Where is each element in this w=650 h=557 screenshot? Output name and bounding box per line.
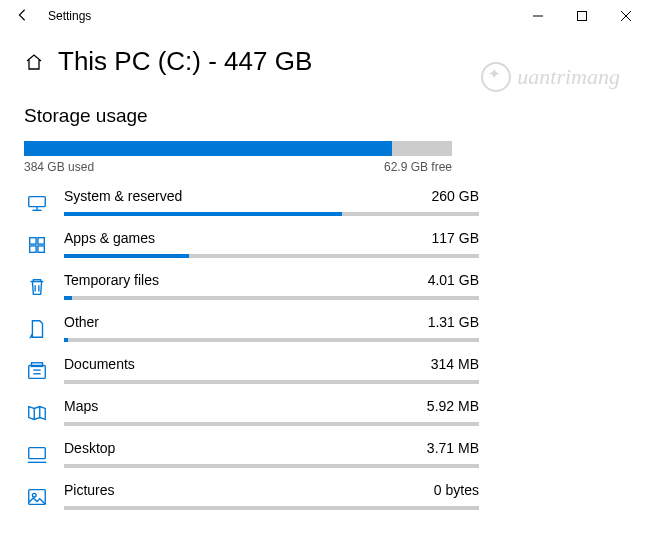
category-size: 117 GB (432, 230, 479, 246)
documents-icon (24, 358, 50, 384)
category-bar (64, 296, 479, 300)
category-bar (64, 422, 479, 426)
svg-rect-8 (38, 238, 44, 244)
category-size: 4.01 GB (428, 272, 479, 288)
category-list: System & reserved260 GBApps & games117 G… (24, 188, 626, 510)
category-header: Apps & games117 GB (64, 230, 479, 246)
svg-rect-10 (38, 246, 44, 252)
free-label: 62.9 GB free (384, 160, 452, 174)
category-body: Desktop3.71 MB (64, 440, 479, 468)
system-icon (24, 190, 50, 216)
category-name: System & reserved (64, 188, 182, 204)
category-name: Other (64, 314, 99, 330)
category-header: Maps5.92 MB (64, 398, 479, 414)
trash-icon (24, 274, 50, 300)
category-row[interactable]: System & reserved260 GB (24, 188, 479, 216)
svg-rect-12 (32, 363, 43, 367)
svg-rect-4 (29, 197, 46, 207)
category-fill (64, 338, 68, 342)
apps-icon (24, 232, 50, 258)
category-row[interactable]: Temporary files4.01 GB (24, 272, 479, 300)
category-bar (64, 506, 479, 510)
category-row[interactable]: Desktop3.71 MB (24, 440, 479, 468)
category-name: Documents (64, 356, 135, 372)
titlebar: Settings (0, 0, 650, 32)
category-header: System & reserved260 GB (64, 188, 479, 204)
svg-rect-11 (29, 366, 46, 379)
category-fill (64, 212, 342, 216)
storage-used-fill (24, 141, 392, 156)
category-size: 3.71 MB (427, 440, 479, 456)
category-bar (64, 212, 479, 216)
category-bar (64, 464, 479, 468)
window-title: Settings (42, 9, 516, 23)
desktop-icon (24, 442, 50, 468)
category-bar (64, 338, 479, 342)
category-body: Maps5.92 MB (64, 398, 479, 426)
home-icon[interactable] (24, 52, 44, 72)
category-name: Temporary files (64, 272, 159, 288)
category-body: Apps & games117 GB (64, 230, 479, 258)
storage-total-bar (24, 141, 452, 156)
category-fill (64, 296, 72, 300)
other-icon (24, 316, 50, 342)
category-size: 0 bytes (434, 482, 479, 498)
category-name: Apps & games (64, 230, 155, 246)
page-header: This PC (C:) - 447 GB (0, 32, 650, 87)
svg-rect-9 (30, 246, 36, 252)
page-title: This PC (C:) - 447 GB (58, 46, 312, 77)
category-row[interactable]: Other1.31 GB (24, 314, 479, 342)
category-header: Pictures0 bytes (64, 482, 479, 498)
minimize-button[interactable] (516, 1, 560, 31)
category-name: Maps (64, 398, 98, 414)
category-size: 314 MB (431, 356, 479, 372)
category-body: Pictures0 bytes (64, 482, 479, 510)
used-label: 384 GB used (24, 160, 94, 174)
svg-rect-15 (29, 448, 46, 459)
category-body: Temporary files4.01 GB (64, 272, 479, 300)
storage-bar-labels: 384 GB used 62.9 GB free (24, 160, 452, 174)
category-bar (64, 380, 479, 384)
category-size: 5.92 MB (427, 398, 479, 414)
category-body: Documents314 MB (64, 356, 479, 384)
category-row[interactable]: Apps & games117 GB (24, 230, 479, 258)
content-area: Storage usage 384 GB used 62.9 GB free S… (0, 87, 650, 510)
category-name: Desktop (64, 440, 115, 456)
maximize-button[interactable] (560, 1, 604, 31)
category-header: Desktop3.71 MB (64, 440, 479, 456)
category-header: Temporary files4.01 GB (64, 272, 479, 288)
category-row[interactable]: Documents314 MB (24, 356, 479, 384)
maps-icon (24, 400, 50, 426)
svg-rect-7 (30, 238, 36, 244)
category-header: Documents314 MB (64, 356, 479, 372)
close-button[interactable] (604, 1, 648, 31)
pictures-icon (24, 484, 50, 510)
category-name: Pictures (64, 482, 115, 498)
category-fill (64, 254, 189, 258)
category-body: Other1.31 GB (64, 314, 479, 342)
category-body: System & reserved260 GB (64, 188, 479, 216)
category-header: Other1.31 GB (64, 314, 479, 330)
svg-rect-1 (578, 12, 587, 21)
category-row[interactable]: Maps5.92 MB (24, 398, 479, 426)
storage-section-title: Storage usage (24, 105, 626, 127)
back-button[interactable] (2, 8, 42, 25)
category-bar (64, 254, 479, 258)
category-row[interactable]: Pictures0 bytes (24, 482, 479, 510)
category-size: 260 GB (432, 188, 479, 204)
svg-point-18 (32, 493, 36, 497)
category-size: 1.31 GB (428, 314, 479, 330)
